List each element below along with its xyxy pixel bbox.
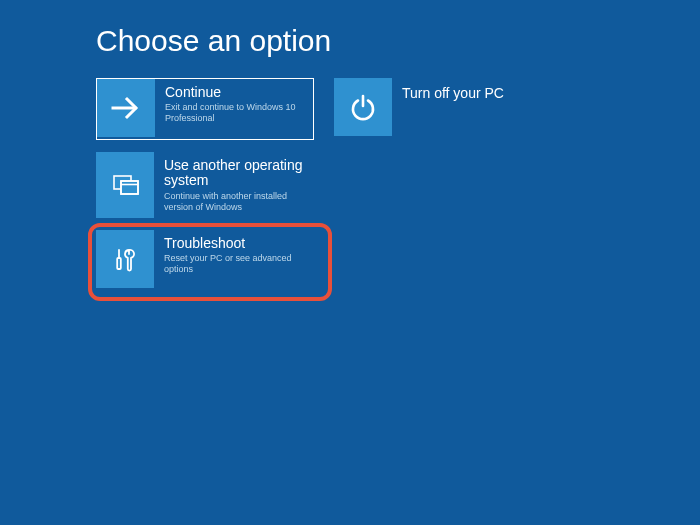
option-continue-desc: Exit and continue to Windows 10 Professi… xyxy=(165,102,300,124)
option-continue-text: Continue Exit and continue to Windows 10… xyxy=(155,79,308,130)
option-troubleshoot-text: Troubleshoot Reset your PC or see advanc… xyxy=(154,230,307,281)
power-icon xyxy=(334,78,392,136)
option-troubleshoot-label: Troubleshoot xyxy=(164,236,299,251)
svg-rect-6 xyxy=(117,258,121,269)
option-troubleshoot[interactable]: Troubleshoot Reset your PC or see advanc… xyxy=(96,230,314,290)
option-troubleshoot-desc: Reset your PC or see advanced options xyxy=(164,253,299,275)
option-turn-off-text: Turn off your PC xyxy=(392,78,512,109)
page-title: Choose an option xyxy=(96,24,331,58)
option-turn-off-label: Turn off your PC xyxy=(402,86,504,101)
windows-icon xyxy=(96,152,154,218)
option-use-another-desc: Continue with another installed version … xyxy=(164,191,299,213)
arrow-right-icon xyxy=(97,79,155,137)
option-continue-label: Continue xyxy=(165,85,300,100)
option-use-another-os[interactable]: Use another operating system Continue wi… xyxy=(96,152,314,218)
winre-choose-option-screen: Choose an option Continue Exit and conti… xyxy=(0,0,700,525)
option-continue[interactable]: Continue Exit and continue to Windows 10… xyxy=(96,78,314,140)
tools-icon xyxy=(96,230,154,288)
svg-rect-2 xyxy=(121,181,138,194)
option-turn-off[interactable]: Turn off your PC xyxy=(334,78,552,138)
option-use-another-text: Use another operating system Continue wi… xyxy=(154,152,314,218)
option-use-another-label: Use another operating system xyxy=(164,158,306,189)
option-column-right: Turn off your PC xyxy=(334,78,552,150)
